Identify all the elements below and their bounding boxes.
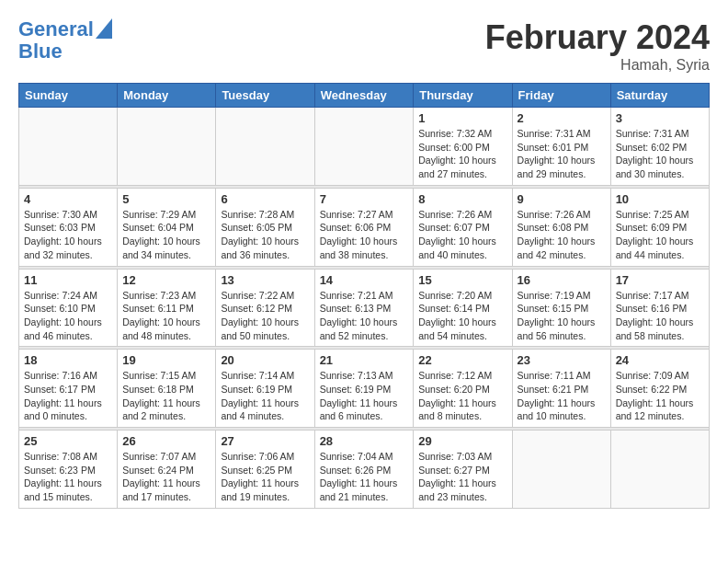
calendar-cell: 7Sunrise: 7:27 AMSunset: 6:06 PMDaylight…: [314, 188, 414, 266]
day-number: 18: [24, 353, 112, 367]
page-header: General Blue February 2024 Hamah, Syria: [18, 18, 710, 74]
weekday-header: Wednesday: [314, 84, 414, 108]
location: Hamah, Syria: [485, 57, 710, 74]
calendar-cell: 21Sunrise: 7:13 AMSunset: 6:19 PMDayligh…: [314, 350, 414, 428]
month-title: February 2024: [485, 18, 710, 57]
day-info: Sunrise: 7:09 AMSunset: 6:22 PMDaylight:…: [616, 369, 704, 423]
svg-marker-0: [96, 18, 112, 39]
calendar-week-row: 11Sunrise: 7:24 AMSunset: 6:10 PMDayligh…: [19, 269, 710, 347]
day-info: Sunrise: 7:32 AMSunset: 6:00 PMDaylight:…: [418, 127, 506, 181]
calendar-cell: 27Sunrise: 7:06 AMSunset: 6:25 PMDayligh…: [216, 431, 314, 509]
calendar-cell: [216, 108, 314, 186]
calendar-cell: 15Sunrise: 7:20 AMSunset: 6:14 PMDayligh…: [414, 269, 512, 347]
calendar-cell: [512, 431, 610, 509]
calendar-cell: 3Sunrise: 7:31 AMSunset: 6:02 PMDaylight…: [610, 108, 709, 186]
day-number: 7: [320, 192, 409, 206]
day-number: 11: [24, 273, 112, 287]
logo: General Blue: [18, 18, 112, 63]
calendar-cell: 23Sunrise: 7:11 AMSunset: 6:21 PMDayligh…: [512, 350, 610, 428]
day-number: 14: [320, 273, 409, 287]
day-info: Sunrise: 7:03 AMSunset: 6:27 PMDaylight:…: [418, 450, 506, 504]
day-info: Sunrise: 7:07 AMSunset: 6:24 PMDaylight:…: [122, 450, 210, 504]
calendar-cell: 9Sunrise: 7:26 AMSunset: 6:08 PMDaylight…: [512, 188, 610, 266]
day-number: 15: [418, 273, 506, 287]
day-number: 24: [616, 353, 704, 367]
day-number: 17: [616, 273, 704, 287]
calendar-cell: 20Sunrise: 7:14 AMSunset: 6:19 PMDayligh…: [216, 350, 314, 428]
day-number: 27: [221, 434, 309, 448]
day-info: Sunrise: 7:12 AMSunset: 6:20 PMDaylight:…: [418, 369, 506, 423]
day-info: Sunrise: 7:20 AMSunset: 6:14 PMDaylight:…: [418, 289, 506, 343]
day-info: Sunrise: 7:19 AMSunset: 6:15 PMDaylight:…: [518, 289, 606, 343]
calendar-week-row: 1Sunrise: 7:32 AMSunset: 6:00 PMDaylight…: [19, 108, 710, 186]
day-info: Sunrise: 7:29 AMSunset: 6:04 PMDaylight:…: [122, 208, 210, 262]
weekday-header: Friday: [512, 84, 610, 108]
calendar-week-row: 18Sunrise: 7:16 AMSunset: 6:17 PMDayligh…: [19, 350, 710, 428]
calendar-cell: 18Sunrise: 7:16 AMSunset: 6:17 PMDayligh…: [19, 350, 118, 428]
calendar-cell: [314, 108, 414, 186]
day-number: 16: [518, 273, 606, 287]
day-number: 3: [616, 111, 704, 125]
calendar-cell: 4Sunrise: 7:30 AMSunset: 6:03 PMDaylight…: [19, 188, 118, 266]
calendar-cell: 6Sunrise: 7:28 AMSunset: 6:05 PMDaylight…: [216, 188, 314, 266]
calendar-cell: 24Sunrise: 7:09 AMSunset: 6:22 PMDayligh…: [610, 350, 709, 428]
calendar-cell: 1Sunrise: 7:32 AMSunset: 6:00 PMDaylight…: [414, 108, 512, 186]
day-info: Sunrise: 7:25 AMSunset: 6:09 PMDaylight:…: [616, 208, 704, 262]
calendar-cell: 11Sunrise: 7:24 AMSunset: 6:10 PMDayligh…: [19, 269, 118, 347]
weekday-header: Thursday: [414, 84, 512, 108]
weekday-header: Tuesday: [216, 84, 314, 108]
calendar-cell: 22Sunrise: 7:12 AMSunset: 6:20 PMDayligh…: [414, 350, 512, 428]
day-info: Sunrise: 7:28 AMSunset: 6:05 PMDaylight:…: [221, 208, 309, 262]
day-info: Sunrise: 7:27 AMSunset: 6:06 PMDaylight:…: [320, 208, 409, 262]
day-number: 8: [418, 192, 506, 206]
day-number: 12: [122, 273, 210, 287]
calendar-cell: 10Sunrise: 7:25 AMSunset: 6:09 PMDayligh…: [610, 188, 709, 266]
day-info: Sunrise: 7:24 AMSunset: 6:10 PMDaylight:…: [24, 289, 112, 343]
calendar-cell: 14Sunrise: 7:21 AMSunset: 6:13 PMDayligh…: [314, 269, 414, 347]
day-number: 21: [320, 353, 409, 367]
calendar-cell: [610, 431, 709, 509]
day-info: Sunrise: 7:23 AMSunset: 6:11 PMDaylight:…: [122, 289, 210, 343]
day-number: 4: [24, 192, 112, 206]
day-info: Sunrise: 7:31 AMSunset: 6:01 PMDaylight:…: [518, 127, 606, 181]
day-info: Sunrise: 7:16 AMSunset: 6:17 PMDaylight:…: [24, 369, 112, 423]
day-number: 28: [320, 434, 409, 448]
calendar-cell: 8Sunrise: 7:26 AMSunset: 6:07 PMDaylight…: [414, 188, 512, 266]
day-info: Sunrise: 7:30 AMSunset: 6:03 PMDaylight:…: [24, 208, 112, 262]
calendar-cell: 5Sunrise: 7:29 AMSunset: 6:04 PMDaylight…: [118, 188, 216, 266]
day-number: 6: [221, 192, 309, 206]
day-number: 19: [122, 353, 210, 367]
calendar-cell: 12Sunrise: 7:23 AMSunset: 6:11 PMDayligh…: [118, 269, 216, 347]
day-info: Sunrise: 7:06 AMSunset: 6:25 PMDaylight:…: [221, 450, 309, 504]
calendar-week-row: 25Sunrise: 7:08 AMSunset: 6:23 PMDayligh…: [19, 431, 710, 509]
day-number: 22: [418, 353, 506, 367]
calendar-cell: 17Sunrise: 7:17 AMSunset: 6:16 PMDayligh…: [610, 269, 709, 347]
logo-text-line2: Blue: [18, 40, 63, 63]
day-info: Sunrise: 7:22 AMSunset: 6:12 PMDaylight:…: [221, 289, 309, 343]
day-number: 9: [518, 192, 606, 206]
day-info: Sunrise: 7:13 AMSunset: 6:19 PMDaylight:…: [320, 369, 409, 423]
calendar-cell: 2Sunrise: 7:31 AMSunset: 6:01 PMDaylight…: [512, 108, 610, 186]
calendar-cell: 19Sunrise: 7:15 AMSunset: 6:18 PMDayligh…: [118, 350, 216, 428]
day-number: 2: [518, 111, 606, 125]
calendar-cell: 28Sunrise: 7:04 AMSunset: 6:26 PMDayligh…: [314, 431, 414, 509]
day-number: 1: [418, 111, 506, 125]
day-number: 26: [122, 434, 210, 448]
calendar-cell: [19, 108, 118, 186]
day-number: 29: [418, 434, 506, 448]
day-info: Sunrise: 7:15 AMSunset: 6:18 PMDaylight:…: [122, 369, 210, 423]
day-info: Sunrise: 7:08 AMSunset: 6:23 PMDaylight:…: [24, 450, 112, 504]
calendar-cell: 25Sunrise: 7:08 AMSunset: 6:23 PMDayligh…: [19, 431, 118, 509]
calendar-cell: 29Sunrise: 7:03 AMSunset: 6:27 PMDayligh…: [414, 431, 512, 509]
day-info: Sunrise: 7:04 AMSunset: 6:26 PMDaylight:…: [320, 450, 409, 504]
day-info: Sunrise: 7:17 AMSunset: 6:16 PMDaylight:…: [616, 289, 704, 343]
day-info: Sunrise: 7:26 AMSunset: 6:08 PMDaylight:…: [518, 208, 606, 262]
logo-arrow-icon: [96, 18, 112, 39]
calendar-cell: [118, 108, 216, 186]
day-info: Sunrise: 7:11 AMSunset: 6:21 PMDaylight:…: [518, 369, 606, 423]
day-info: Sunrise: 7:26 AMSunset: 6:07 PMDaylight:…: [418, 208, 506, 262]
day-number: 20: [221, 353, 309, 367]
day-number: 10: [616, 192, 704, 206]
calendar-week-row: 4Sunrise: 7:30 AMSunset: 6:03 PMDaylight…: [19, 188, 710, 266]
weekday-header: Saturday: [610, 84, 709, 108]
